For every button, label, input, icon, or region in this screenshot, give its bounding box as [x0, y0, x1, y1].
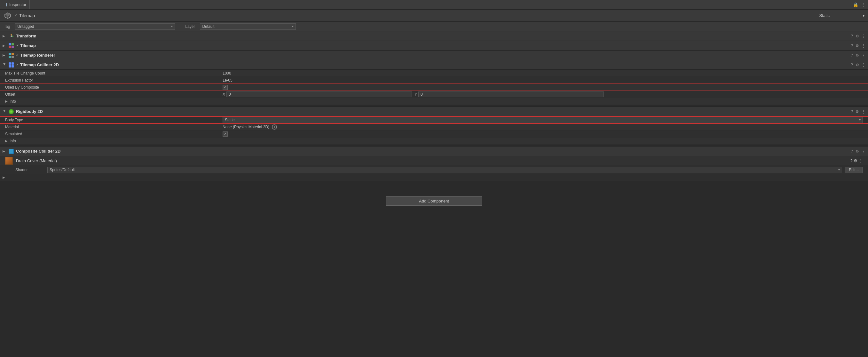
rigidbody2d-info-label: Info	[9, 139, 16, 143]
tilemap-renderer-check[interactable]: ✓	[16, 53, 19, 57]
tilemap-renderer-settings-icon[interactable]: ⚙	[856, 53, 859, 58]
expand-row[interactable]: ▶	[0, 174, 868, 181]
extrusion-factor-label: Extrusion Factor	[5, 78, 223, 83]
rigidbody2d-section-header[interactable]: ▶ Rigidbody 2D ? ⚙ ⋮	[0, 107, 868, 116]
drain-cover-row: Drain Cover (Material) ? ⚙ ⋮	[0, 156, 868, 166]
offset-y-label: Y	[414, 92, 417, 97]
drain-cover-settings-icon[interactable]: ⚙	[854, 158, 858, 163]
transform-section-header[interactable]: ▶ Transform ? ⚙ ⋮	[0, 31, 868, 41]
tilemap-settings-icon[interactable]: ⚙	[856, 43, 859, 48]
tilemap-title: Tilemap	[19, 13, 864, 18]
static-dropdown[interactable]: ▾	[863, 13, 865, 18]
layer-dropdown[interactable]: Default ▾	[200, 23, 296, 30]
composite-collider-settings-icon[interactable]: ⚙	[856, 149, 859, 153]
used-by-composite-label: Used By Composite	[5, 85, 223, 90]
rigidbody2d-title: Rigidbody 2D	[16, 109, 851, 114]
drain-cover-question-icon[interactable]: ?	[850, 158, 852, 163]
tilemap-renderer-more-icon[interactable]: ⋮	[862, 53, 865, 58]
expand-arrow-icon: ▶	[3, 176, 5, 179]
used-by-composite-checkbox[interactable]	[223, 85, 228, 90]
tilemap-renderer-section-header[interactable]: ▶ ✓ Tilemap Renderer ? ⚙ ⋮	[0, 51, 868, 60]
tag-label: Tag	[4, 24, 10, 29]
offset-x-field: X 0	[223, 91, 412, 97]
body-type-row: Body Type Static ▾	[0, 116, 868, 123]
transform-more-icon[interactable]: ⋮	[862, 34, 865, 38]
tilemap-section-header[interactable]: ▶ ✓ Tilemap ? ⚙ ⋮	[0, 41, 868, 51]
add-component-container: Add Component	[0, 189, 868, 213]
tilemap-section-check[interactable]: ✓	[16, 43, 19, 48]
material-value-container: None (Physics Material 2D)	[223, 124, 863, 129]
add-component-button[interactable]: Add Component	[386, 197, 482, 206]
transform-icon	[8, 33, 14, 39]
rigidbody2d-info-row[interactable]: ▶ Info	[0, 138, 868, 145]
transform-collapse-arrow: ▶	[3, 34, 6, 38]
tilemap-section-icon	[8, 43, 14, 49]
max-tile-change-count-label: Max Tile Change Count	[5, 71, 223, 76]
simulated-value	[223, 131, 863, 137]
tilemap-more-icon[interactable]: ⋮	[862, 43, 865, 48]
offset-x-input[interactable]: 0	[226, 91, 412, 97]
rigidbody2d-more-icon[interactable]: ⋮	[862, 110, 865, 114]
transform-settings-icon[interactable]: ⚙	[856, 34, 859, 38]
drain-cover-material-icon	[5, 157, 13, 165]
inspector-tab-label: Inspector	[9, 2, 26, 7]
simulated-checkbox[interactable]	[223, 131, 228, 137]
tag-dropdown-arrow: ▾	[171, 25, 173, 28]
tag-value: Untagged	[17, 24, 170, 29]
svg-marker-8	[12, 35, 14, 37]
tilemap-collider-check[interactable]: ✓	[16, 63, 19, 67]
svg-point-6	[10, 35, 12, 37]
material-select-icon[interactable]	[272, 124, 277, 129]
tilemap-collider-icon	[8, 62, 14, 68]
layer-dropdown-arrow: ▾	[292, 25, 293, 28]
cube-icon	[4, 12, 11, 20]
tilemap-section-title: Tilemap	[20, 43, 851, 48]
tag-layer-row: Tag Untagged ▾ Layer Default ▾	[0, 22, 868, 31]
tilemap-question-icon[interactable]: ?	[851, 43, 853, 48]
composite-collider-more-icon[interactable]: ⋮	[862, 149, 865, 153]
material-label: Material	[5, 125, 223, 129]
static-dropdown-arrow: ▾	[863, 13, 865, 18]
transform-question-icon[interactable]: ?	[851, 34, 853, 38]
composite-collider-title: Composite Collider 2D	[16, 149, 851, 153]
max-tile-change-count-row: Max Tile Change Count 1000	[0, 70, 868, 77]
tilemap-collider-actions: ? ⚙ ⋮	[851, 63, 865, 67]
extrusion-factor-row: Extrusion Factor 1e-05	[0, 77, 868, 84]
tab-options-icon[interactable]: ⋮	[861, 2, 865, 7]
extrusion-factor-value[interactable]: 1e-05	[223, 78, 863, 83]
tilemap-renderer-question-icon[interactable]: ?	[851, 53, 853, 58]
rigidbody2d-actions: ? ⚙ ⋮	[851, 110, 865, 114]
offset-y-input[interactable]: 0	[418, 91, 604, 97]
tilemap-collider-collapse-arrow: ▶	[3, 63, 6, 67]
shader-edit-button[interactable]: Edit...	[845, 167, 863, 173]
composite-collider-collapse-arrow: ▶	[3, 149, 6, 153]
rigidbody2d-settings-icon[interactable]: ⚙	[856, 110, 859, 114]
shader-value: Sprites/Default	[50, 168, 838, 172]
inspector-tab[interactable]: ℹ Inspector	[3, 0, 30, 9]
rigidbody2d-info-triangle-icon: ▶	[5, 139, 8, 143]
composite-collider-section-header[interactable]: ▶ Composite Collider 2D ? ⚙ ⋮	[0, 147, 868, 156]
tilemap-collider-settings-icon[interactable]: ⚙	[856, 63, 859, 67]
shader-label: Shader	[16, 168, 47, 172]
tilemap-checkbox[interactable]: ✓	[14, 13, 17, 18]
simulated-label: Simulated	[5, 132, 223, 136]
composite-collider-question-icon[interactable]: ?	[851, 149, 853, 153]
max-tile-change-count-value[interactable]: 1000	[223, 71, 863, 76]
tilemap-collapse-arrow: ▶	[3, 44, 6, 47]
tilemap-collider-more-icon[interactable]: ⋮	[862, 63, 865, 67]
lock-icon[interactable]: 🔒	[853, 2, 859, 7]
inspector-tab-icon: ℹ	[6, 2, 7, 7]
rigidbody2d-question-icon[interactable]: ?	[851, 110, 853, 114]
shader-row: Shader Sprites/Default ▾ Edit...	[0, 166, 868, 174]
tilemap-collider-question-icon[interactable]: ?	[851, 63, 853, 67]
svg-marker-7	[10, 34, 12, 35]
body-type-dropdown[interactable]: Static ▾	[223, 117, 863, 123]
tag-dropdown[interactable]: Untagged ▾	[15, 23, 175, 30]
material-value: None (Physics Material 2D)	[223, 125, 269, 129]
tilemap-collider-section-header[interactable]: ▶ ✓ Tilemap Collider 2D ? ⚙ ⋮	[0, 60, 868, 70]
drain-cover-more-icon[interactable]: ⋮	[859, 158, 863, 163]
tilemap-collider-info-row[interactable]: ▶ Info	[0, 98, 868, 105]
composite-collider-icon	[8, 148, 14, 154]
shader-dropdown[interactable]: Sprites/Default ▾	[47, 167, 842, 173]
tilemap-renderer-collapse-arrow: ▶	[3, 53, 6, 57]
